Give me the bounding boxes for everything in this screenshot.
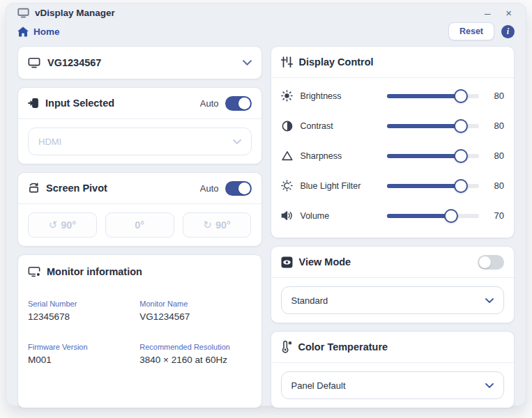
titlebar: vDisplay Manager – × xyxy=(17,3,515,18)
home-icon xyxy=(17,26,29,37)
device-select[interactable]: VG1234567 xyxy=(17,46,262,79)
info-field-firmware: Firmware Version M001 xyxy=(28,343,139,365)
brightness-icon xyxy=(281,90,294,102)
chevron-down-icon xyxy=(485,383,494,388)
app-window: vDisplay Manager – × Home Reset i xyxy=(6,3,526,406)
slider-value: 70 xyxy=(485,210,504,221)
slider-label: Blue Light Filter xyxy=(301,181,361,191)
pivot-ccw-90-button[interactable]: ↺ 90° xyxy=(28,212,97,238)
contrast-icon xyxy=(281,121,294,132)
info-value: 3840 × 2160 at 60Hz xyxy=(139,355,251,365)
color-temperature-title: Color Temperature xyxy=(298,341,388,353)
brightness-slider[interactable] xyxy=(387,88,480,104)
blue-light-filter-slider[interactable] xyxy=(387,178,480,194)
display-control-card: Display Control xyxy=(271,46,515,238)
minimize-button[interactable]: – xyxy=(485,8,490,18)
color-temperature-select[interactable]: Panel Default xyxy=(281,371,505,399)
slider-value: 80 xyxy=(485,91,504,101)
slider-row-brightness: Brightness 80 xyxy=(281,81,505,111)
slider-value: 80 xyxy=(485,121,504,131)
monitor-icon xyxy=(28,57,40,68)
pivot-button-label: 0° xyxy=(135,219,144,231)
volume-slider[interactable] xyxy=(387,208,480,224)
monitor-info-title: Monitor information xyxy=(47,266,142,277)
slider-handle[interactable] xyxy=(454,119,468,133)
slider-handle[interactable] xyxy=(444,209,458,223)
info-icon[interactable]: i xyxy=(501,25,515,38)
display-control-title: Display Control xyxy=(299,56,374,68)
view-mode-card: View Mode Standard xyxy=(271,246,515,323)
screen-pivot-card: Screen Pivot Auto ↺ 90° 0° xyxy=(17,172,262,247)
view-mode-select[interactable]: Standard xyxy=(281,286,505,314)
chevron-down-icon xyxy=(233,139,241,144)
blue-light-filter-icon xyxy=(281,180,294,192)
chevron-down-icon xyxy=(485,298,494,303)
view-mode-title: View Mode xyxy=(299,256,351,268)
volume-icon xyxy=(281,210,294,221)
screen-pivot-icon xyxy=(28,183,40,194)
info-value: 12345678 xyxy=(28,311,139,322)
slider-row-contrast: Contrast 80 xyxy=(281,111,505,141)
slider-handle[interactable] xyxy=(454,179,468,193)
monitor-info-card: Monitor information Serial Number 123456… xyxy=(17,254,262,408)
input-auto-label: Auto xyxy=(200,98,219,109)
rotate-ccw-icon: ↺ xyxy=(49,219,58,231)
color-temperature-value: Panel Default xyxy=(291,380,346,391)
monitor-info-icon xyxy=(28,266,40,277)
pivot-button-label: 90° xyxy=(215,219,231,231)
view-mode-toggle[interactable] xyxy=(478,255,504,270)
slider-row-blue-light: Blue Light Filter 80 xyxy=(281,171,505,201)
input-source-value: HDMI xyxy=(38,137,61,147)
pivot-button-label: 90° xyxy=(61,219,76,231)
info-label: Recommended Resolution xyxy=(139,343,251,351)
slider-row-sharpness: Sharpness 80 xyxy=(281,141,505,171)
right-column: Display Control xyxy=(271,46,515,408)
info-label: Monitor Name xyxy=(139,300,251,308)
chevron-down-icon xyxy=(243,60,252,65)
info-field-name: Monitor Name VG1234567 xyxy=(139,300,251,322)
rotate-cw-icon: ↻ xyxy=(203,219,212,231)
left-column: VG1234567 Input Selected Auto xyxy=(17,46,262,408)
input-source-select[interactable]: HDMI xyxy=(28,127,252,155)
info-label: Firmware Version xyxy=(28,343,139,351)
app-monitor-icon xyxy=(17,8,29,18)
pivot-auto-label: Auto xyxy=(200,183,219,194)
info-label: Serial Number xyxy=(28,300,139,308)
slider-handle[interactable] xyxy=(454,89,468,103)
contrast-slider[interactable] xyxy=(387,118,480,134)
slider-label: Brightness xyxy=(301,91,342,101)
slider-label: Sharpness xyxy=(301,151,342,161)
color-temperature-card: Color Temperature Panel Default xyxy=(271,331,515,408)
sharpness-slider[interactable] xyxy=(387,148,480,164)
input-selected-card: Input Selected Auto HDMI xyxy=(17,87,262,164)
view-mode-icon xyxy=(281,256,293,268)
pivot-auto-toggle[interactable] xyxy=(225,181,252,196)
input-selected-title: Input Selected xyxy=(45,98,114,109)
info-value: M001 xyxy=(28,355,139,365)
close-button[interactable]: × xyxy=(506,8,512,18)
slider-row-volume: Volume 70 xyxy=(281,201,505,231)
info-field-resolution: Recommended Resolution 3840 × 2160 at 60… xyxy=(139,343,251,365)
pivot-0-button[interactable]: 0° xyxy=(105,212,174,238)
device-select-value: VG1234567 xyxy=(47,57,101,68)
screen-pivot-title: Screen Pivot xyxy=(46,183,107,194)
pivot-cw-90-button[interactable]: ↻ 90° xyxy=(183,212,252,238)
sliders-icon xyxy=(281,56,293,68)
sharpness-icon xyxy=(281,150,294,161)
reset-button[interactable]: Reset xyxy=(448,22,494,40)
input-auto-toggle[interactable] xyxy=(225,96,252,111)
slider-value: 80 xyxy=(485,150,504,161)
input-source-icon xyxy=(28,98,39,109)
info-field-serial: Serial Number 12345678 xyxy=(28,300,139,322)
slider-value: 80 xyxy=(485,180,504,191)
slider-handle[interactable] xyxy=(454,149,468,163)
nav-row: Home Reset i xyxy=(17,22,515,40)
breadcrumb-home[interactable]: Home xyxy=(33,26,60,37)
slider-label: Contrast xyxy=(301,121,333,131)
view-mode-value: Standard xyxy=(291,295,328,306)
app-title: vDisplay Manager xyxy=(35,8,115,18)
info-value: VG1234567 xyxy=(139,311,251,322)
color-temperature-icon xyxy=(281,341,292,353)
slider-label: Volume xyxy=(301,211,330,221)
